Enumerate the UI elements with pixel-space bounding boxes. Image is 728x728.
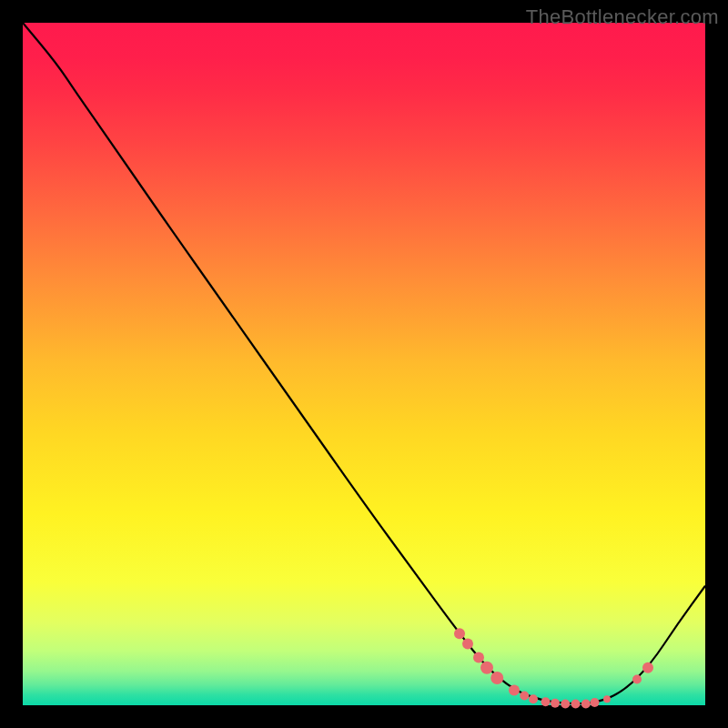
curve-marker (490, 672, 503, 684)
watermark-text: TheBottlenecker.com (526, 5, 719, 29)
curve-marker (571, 700, 581, 709)
curve-marker (529, 694, 538, 703)
curve-marker (551, 699, 560, 708)
curve-marker (462, 639, 473, 650)
curve-layer (23, 23, 705, 705)
curve-marker (591, 698, 600, 707)
curve-marker (454, 628, 465, 639)
curve-marker (509, 685, 520, 696)
curve-marker (581, 700, 591, 709)
bottleneck-curve (23, 23, 705, 703)
curve-marker (642, 662, 653, 673)
curve-marker (480, 662, 493, 674)
chart-frame: TheBottlenecker.com (0, 0, 728, 728)
curve-marker (541, 697, 551, 706)
curve-marker (561, 700, 570, 709)
plot-area (23, 23, 705, 705)
curve-markers (454, 628, 653, 708)
curve-marker (632, 675, 642, 684)
curve-marker (603, 695, 611, 703)
curve-marker (473, 652, 484, 663)
curve-marker (520, 692, 529, 701)
